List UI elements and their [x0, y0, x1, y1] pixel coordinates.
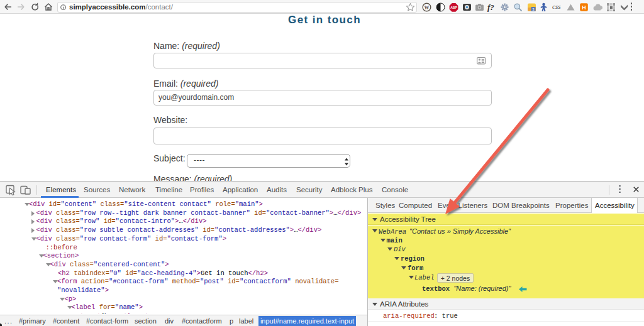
svg-text:H: H [582, 4, 586, 11]
svg-text:W: W [425, 5, 430, 11]
svg-text:ABP: ABP [450, 6, 457, 9]
